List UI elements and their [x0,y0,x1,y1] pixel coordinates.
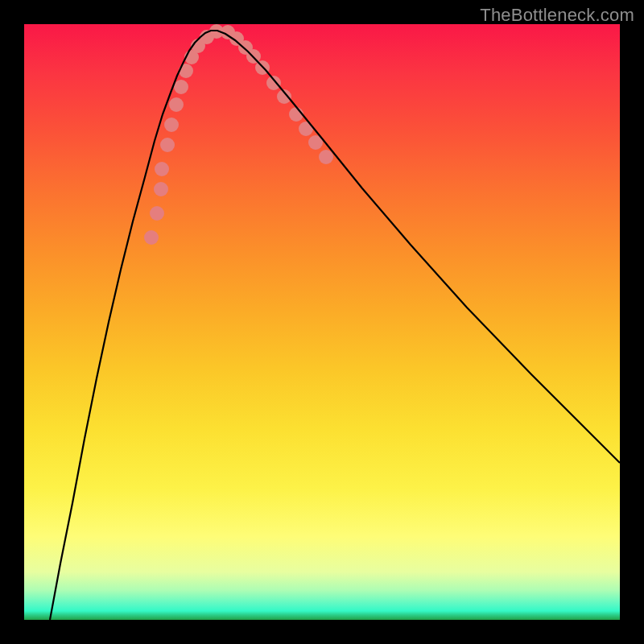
highlight-dot [154,182,168,196]
highlight-dot [174,80,188,94]
highlight-dot [155,162,169,176]
highlight-dot [144,230,159,245]
bottleneck-curve [50,31,620,620]
chart-container: TheBottleneck.com [0,0,644,644]
highlight-dot [160,138,175,152]
highlight-dot [169,97,184,112]
watermark-text: TheBottleneck.com [480,5,634,26]
markers-group [144,24,333,245]
highlight-dot [319,150,333,164]
plot-area [24,24,620,620]
chart-svg [24,24,620,620]
highlight-dot [150,206,164,221]
highlight-dot [266,76,281,90]
highlight-dot [164,118,179,132]
